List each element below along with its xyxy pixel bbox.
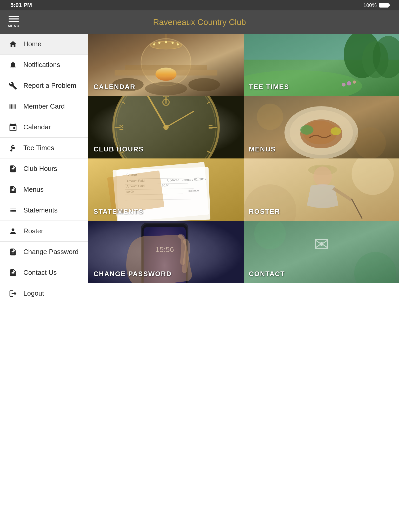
roster-person-icon (8, 226, 18, 236)
home-icon (8, 39, 18, 49)
header: MENU Raveneaux Country Club (0, 10, 399, 34)
svg-point-9 (158, 42, 161, 44)
header-title: Raveneaux Country Club (153, 17, 246, 27)
battery-text: 100% (363, 2, 377, 8)
sidebar-label-club-hours: Club Hours (23, 165, 57, 173)
menus-doc-icon (8, 184, 18, 195)
svg-point-59 (257, 104, 283, 130)
svg-point-47 (163, 125, 169, 130)
sidebar-item-contact-us[interactable]: Contact Us (0, 262, 88, 283)
menu-button[interactable]: MENU (8, 16, 19, 28)
svg-point-80 (314, 167, 332, 187)
statements-list-icon (8, 205, 18, 216)
svg-point-60 (354, 127, 386, 158)
tile-calendar-label: CALENDAR (94, 83, 136, 91)
menu-bar-3 (9, 21, 19, 22)
status-right: 100% (363, 2, 389, 8)
club-hours-doc-icon (8, 164, 18, 174)
svg-point-10 (165, 41, 167, 43)
battery-icon (379, 3, 389, 8)
wrench-icon (8, 81, 18, 91)
sidebar-item-change-password[interactable]: Change Password (0, 242, 88, 262)
svg-point-57 (300, 125, 314, 135)
sidebar-item-club-hours[interactable]: Club Hours (0, 158, 88, 179)
change-password-doc-icon (8, 247, 18, 257)
sidebar-label-roster: Roster (23, 227, 43, 235)
sidebar-item-notifications[interactable]: Notifications (0, 55, 88, 75)
sidebar-item-menus[interactable]: Menus (0, 179, 88, 200)
calendar-icon (8, 122, 18, 132)
sidebar-item-calendar[interactable]: Calendar (0, 117, 88, 138)
menu-bar-1 (9, 16, 19, 17)
sidebar-item-roster[interactable]: Roster (0, 221, 88, 242)
grid-content: CALENDAR (88, 34, 399, 532)
tile-change-password[interactable]: 15:56 CHANGE PASSWORD (88, 221, 244, 283)
status-bar: 5:01 PM 100% (0, 0, 399, 10)
sidebar-label-menus: Menus (23, 185, 44, 194)
sidebar-label-member-card: Member Card (23, 102, 65, 110)
sidebar-label-change-password: Change Password (23, 248, 78, 256)
tile-contact-label: CONTACT (249, 270, 285, 278)
golf-icon (8, 143, 18, 153)
barcode-icon (8, 101, 18, 112)
contact-us-doc-icon (8, 268, 18, 278)
svg-text:$0.00: $0.00 (162, 184, 169, 187)
status-time: 5:01 PM (10, 2, 32, 9)
sidebar-label-tee-times: Tee Times (23, 144, 54, 152)
sidebar-item-home[interactable]: Home (0, 34, 88, 55)
below-grid-space (88, 283, 399, 532)
svg-text:Balance: Balance (188, 189, 199, 192)
sidebar-label-report-problem: Report a Problem (23, 82, 76, 90)
sidebar-label-logout: Logout (23, 289, 44, 297)
svg-text:III: III (207, 125, 214, 130)
logout-icon (8, 288, 18, 299)
svg-point-8 (153, 43, 155, 45)
tile-tee-times-label: TEE TIMES (249, 83, 289, 91)
sidebar-item-report-problem[interactable]: Report a Problem (0, 75, 88, 96)
main-layout: Home Notifications Report a Problem (0, 34, 399, 532)
menu-label: MENU (8, 24, 19, 28)
svg-point-22 (347, 81, 351, 85)
svg-point-5 (155, 68, 176, 81)
sidebar-label-notifications: Notifications (23, 61, 60, 69)
tile-tee-times[interactable]: TEE TIMES (244, 34, 399, 96)
tile-club-hours[interactable]: XII III VI IX CLUB HOURS (88, 96, 244, 158)
svg-point-11 (171, 42, 174, 44)
tile-menus[interactable]: MENUS (244, 96, 399, 158)
bell-icon (8, 60, 18, 70)
svg-point-15 (145, 82, 187, 95)
svg-text:IX: IX (118, 124, 125, 130)
tile-roster-label: ROSTER (249, 208, 280, 216)
svg-text:✉: ✉ (314, 234, 329, 255)
svg-point-24 (342, 83, 345, 87)
svg-point-12 (177, 43, 179, 45)
tile-contact[interactable]: ✉ CONTACT (244, 221, 399, 283)
tile-statements-label: STATEMENTS (94, 208, 143, 216)
tile-calendar[interactable]: CALENDAR (88, 34, 244, 96)
sidebar: Home Notifications Report a Problem (0, 34, 88, 532)
tile-menus-label: MENUS (249, 145, 276, 153)
svg-point-23 (353, 81, 356, 84)
sidebar-label-home: Home (23, 40, 41, 48)
sidebar-item-member-card[interactable]: Member Card (0, 96, 88, 117)
tile-change-password-label: CHANGE PASSWORD (94, 270, 172, 278)
sidebar-item-tee-times[interactable]: Tee Times (0, 138, 88, 158)
battery-fill (380, 3, 388, 7)
sidebar-label-calendar: Calendar (23, 123, 51, 131)
svg-point-14 (188, 78, 220, 91)
tile-statements[interactable]: Charge Amount Paid Updated - January 01,… (88, 158, 244, 221)
tile-club-hours-label: CLUB HOURS (94, 145, 144, 153)
sidebar-item-logout[interactable]: Logout (0, 283, 88, 304)
tile-roster[interactable]: ROSTER (244, 158, 399, 221)
menu-bar-2 (9, 18, 19, 19)
sidebar-item-statements[interactable]: Statements (0, 200, 88, 221)
sidebar-label-contact-us: Contact Us (23, 269, 57, 277)
svg-point-58 (330, 127, 341, 135)
sidebar-label-statements: Statements (23, 206, 58, 214)
